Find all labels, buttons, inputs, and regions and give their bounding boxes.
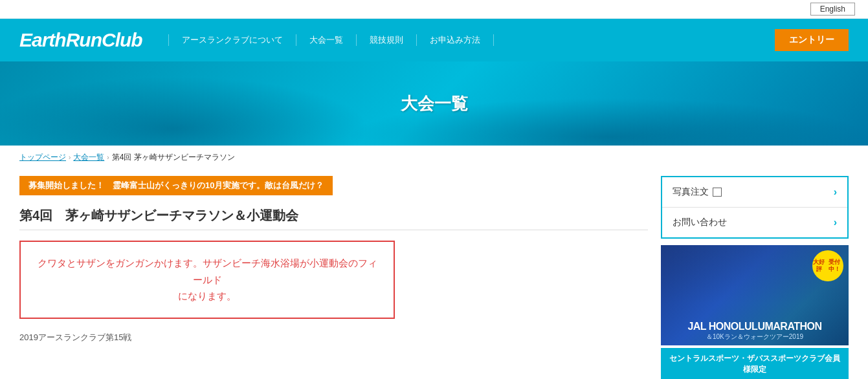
sidebar-bottom-banner[interactable]: セントラルスポーツ・ザバススポーツクラブ会員様限定 <box>661 348 849 379</box>
sidebar-contact[interactable]: お問い合わせ › <box>662 208 847 237</box>
banner-jal-content: JAL HONOLULUMARATHON ＆10Kラン＆ウォークツアー2019 <box>661 245 849 345</box>
header: EarthRunClub アースランクラブについて 大会一覧 競技規則 お申込み… <box>0 19 868 61</box>
nav-events[interactable]: 大会一覧 <box>296 34 357 46</box>
sidebar-photo-label: 写真注文 <box>673 186 722 198</box>
entry-button[interactable]: エントリー <box>775 29 849 51</box>
sidebar-card: 写真注文 › お問い合わせ › <box>661 176 849 239</box>
contact-chevron-icon: › <box>834 217 837 228</box>
hero-title: 大会一覧 <box>401 92 468 115</box>
sidebar: 写真注文 › お問い合わせ › 大好評 受付中！ JAL HONOLULUMAR… <box>661 176 849 379</box>
banner-jal-sub: ＆10Kラン＆ウォークツアー2019 <box>706 332 803 341</box>
sidebar-photo-order[interactable]: 写真注文 › <box>662 177 847 208</box>
nav-rules[interactable]: 競技規則 <box>357 34 417 46</box>
breadcrumb-home[interactable]: トップページ <box>19 152 66 163</box>
breadcrumb: トップページ › 大会一覧 › 第4回 茅ヶ崎サザンビーチマラソン <box>0 146 868 169</box>
highlight-line2: になります。 <box>34 288 381 305</box>
breadcrumb-current: 茅ヶ崎サザンビーチマラソン <box>134 152 235 163</box>
photo-icon <box>713 188 722 197</box>
english-button[interactable]: English <box>810 3 855 16</box>
banner-jal-title: JAL HONOLULUMARATHON <box>687 321 821 332</box>
main-container: 募集開始しました！ 霊峰富士山がくっきりの10月実施です。敵は台風だけ？ 第4回… <box>0 169 868 379</box>
logo[interactable]: EarthRunClub <box>19 29 142 51</box>
top-bar: English <box>0 0 868 19</box>
highlight-box: クワタとサザンをガンガンかけます。サザンビーチ海水浴場が小運動会のフィールド に… <box>19 241 395 319</box>
announcement-bar: 募集開始しました！ 霊峰富士山がくっきりの10月実施です。敵は台風だけ？ <box>19 176 333 195</box>
main-nav: アースランクラブについて 大会一覧 競技規則 お申込み方法 <box>168 34 762 46</box>
nav-about[interactable]: アースランクラブについて <box>168 34 296 46</box>
photo-chevron-icon: › <box>834 186 837 198</box>
breadcrumb-step: 第4回 <box>112 152 132 163</box>
nav-apply[interactable]: お申込み方法 <box>417 34 494 46</box>
hero-banner: 大会一覧 <box>0 61 868 146</box>
sub-content-label: 2019アースランクラブ第15戦 <box>19 332 648 343</box>
breadcrumb-sep-1: › <box>69 154 71 161</box>
sidebar-image-banner[interactable]: 大好評 受付中！ JAL HONOLULUMARATHON ＆10Kラン＆ウォー… <box>661 245 849 345</box>
content-area: 募集開始しました！ 霊峰富士山がくっきりの10月実施です。敵は台風だけ？ 第4回… <box>19 176 648 379</box>
sidebar-contact-label: お問い合わせ <box>673 217 727 228</box>
breadcrumb-list[interactable]: 大会一覧 <box>73 152 104 163</box>
section-title: 第4回 茅ヶ崎サザンビーチマラソン＆小運動会 <box>19 207 648 230</box>
highlight-line1: クワタとサザンをガンガンかけます。サザンビーチ海水浴場が小運動会のフィールド <box>34 255 381 288</box>
breadcrumb-sep-2: › <box>107 154 109 161</box>
